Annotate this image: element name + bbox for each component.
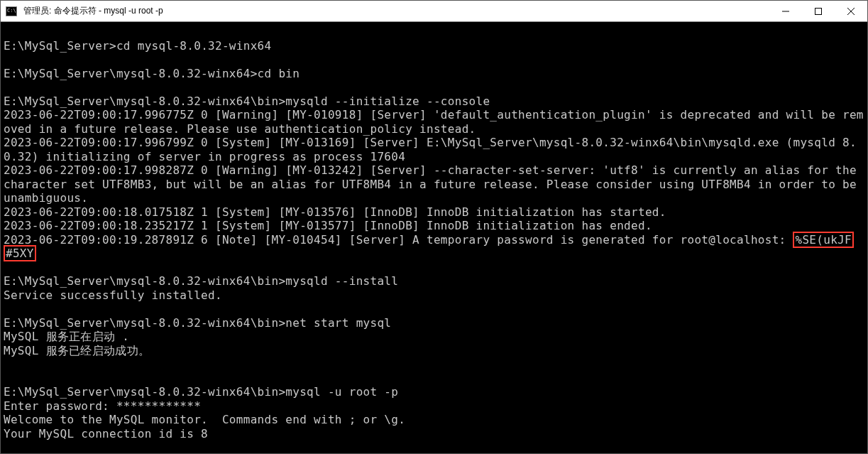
window-controls <box>769 1 867 21</box>
terminal-line: E:\MySql_Server\mysql-8.0.32-winx64\bin>… <box>4 94 866 109</box>
close-button[interactable] <box>835 1 867 21</box>
command: mysql -u root -p <box>285 385 398 399</box>
terminal-line: E:\MySql_Server\mysql-8.0.32-winx64>cd b… <box>4 67 866 81</box>
blank-line <box>4 261 866 275</box>
minimize-icon <box>782 8 789 15</box>
blank-line <box>4 357 866 372</box>
terminal-line: Service successfully installed. <box>4 288 866 303</box>
command: mysqld --initialize --console <box>285 94 490 108</box>
terminal-line: MySQL 服务已经启动成功。 <box>4 344 866 358</box>
terminal-line: E:\MySql_Server\mysql-8.0.32-winx64\bin>… <box>4 274 866 288</box>
prompt: E:\MySql_Server\mysql-8.0.32-winx64\bin> <box>4 316 285 330</box>
window-title: 管理员: 命令提示符 - mysql -u root -p <box>22 5 769 17</box>
terminal-line: MySQL 服务正在启动 . <box>4 330 866 344</box>
terminal-line: 2023-06-22T09:00:19.287891Z 6 [Note] [MY… <box>4 233 866 247</box>
terminal-line: 2023-06-22T09:00:18.235217Z 1 [System] [… <box>4 219 866 233</box>
maximize-button[interactable] <box>802 1 835 21</box>
terminal-line: E:\MySql_Server\mysql-8.0.32-winx64\bin>… <box>4 385 866 399</box>
terminal-line: 2023-06-22T09:00:17.998287Z 0 [Warning] … <box>4 163 866 205</box>
blank-line <box>4 302 866 316</box>
terminal-line: Your MySQL connection id is 8 <box>4 427 866 441</box>
command: net start mysql <box>285 316 391 330</box>
prompt: E:\MySql_Server\mysql-8.0.32-winx64> <box>4 67 258 80</box>
blank-line <box>4 80 866 94</box>
terminal-line: 2023-06-22T09:00:17.996799Z 0 [System] [… <box>4 136 866 163</box>
prompt: E:\MySql_Server\mysql-8.0.32-winx64\bin> <box>4 274 285 288</box>
terminal-line: E:\MySql_Server>cd mysql-8.0.32-winx64 <box>4 39 866 53</box>
terminal-line: #5XY <box>4 247 866 261</box>
maximize-icon <box>815 8 822 15</box>
terminal-line: 2023-06-22T09:00:17.996775Z 0 [Warning] … <box>4 108 866 136</box>
blank-line <box>4 53 866 67</box>
password-highlight: %SE(ukJF <box>793 232 853 248</box>
command: cd bin <box>258 67 300 80</box>
terminal-line: Enter password: ************ <box>4 399 866 414</box>
prompt: E:\MySql_Server\mysql-8.0.32-winx64\bin> <box>4 94 285 108</box>
prompt: E:\MySql_Server\mysql-8.0.32-winx64\bin> <box>4 385 285 399</box>
password-highlight: #5XY <box>4 245 36 261</box>
terminal-line: Welcome to the MySQL monitor. Commands e… <box>4 413 866 427</box>
prompt: E:\MySql_Server> <box>4 39 116 53</box>
blank-line <box>4 25 866 39</box>
terminal-output[interactable]: E:\MySql_Server>cd mysql-8.0.32-winx64E:… <box>1 22 867 453</box>
output-text: 2023-06-22T09:00:19.287891Z 6 [Note] [MY… <box>4 233 793 247</box>
terminal-line: 2023-06-22T09:00:18.017518Z 1 [System] [… <box>4 205 866 220</box>
titlebar[interactable]: 管理员: 命令提示符 - mysql -u root -p <box>1 1 867 22</box>
app-icon <box>1 6 22 16</box>
svg-rect-1 <box>815 8 822 14</box>
command-prompt-window: 管理员: 命令提示符 - mysql -u root -p E:\MySql_S… <box>0 0 868 454</box>
terminal-line: E:\MySql_Server\mysql-8.0.32-winx64\bin>… <box>4 316 866 330</box>
command: cd mysql-8.0.32-winx64 <box>116 39 272 53</box>
command: mysqld --install <box>285 274 398 288</box>
minimize-button[interactable] <box>769 1 802 21</box>
cmd-icon <box>6 6 17 16</box>
blank-line <box>4 372 866 386</box>
close-icon <box>847 8 855 15</box>
